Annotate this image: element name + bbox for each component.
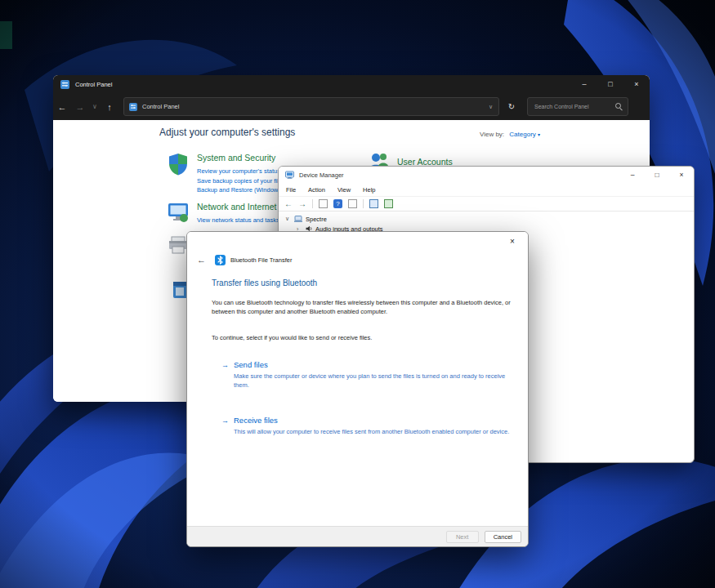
close-button[interactable]: × bbox=[669, 167, 694, 183]
menu-action[interactable]: Action bbox=[308, 186, 325, 194]
window-title: Device Manager bbox=[299, 172, 344, 179]
toolbar-separator bbox=[312, 199, 313, 208]
expander-down-icon[interactable]: ∨ bbox=[285, 216, 294, 222]
category-title-link[interactable]: System and Security bbox=[197, 153, 330, 163]
menu-help[interactable]: Help bbox=[363, 186, 375, 194]
next-button[interactable]: Next bbox=[446, 531, 479, 543]
breadcrumb-dropdown-icon[interactable]: ∨ bbox=[489, 104, 493, 110]
dialog-header: ← Bluetooth File Transfer bbox=[187, 252, 528, 268]
toolbar-scan-hardware-icon[interactable] bbox=[369, 199, 378, 208]
up-icon[interactable]: ↑ bbox=[101, 102, 118, 112]
dialog-titlebar[interactable]: × bbox=[187, 232, 528, 252]
bluetooth-file-transfer-dialog: × ← Bluetooth File Transfer Transfer fil… bbox=[186, 231, 529, 547]
send-files-description: Make sure the computer or device where y… bbox=[234, 372, 516, 390]
history-chevron-icon[interactable]: ∨ bbox=[89, 103, 101, 110]
wizard-heading: Transfer files using Bluetooth bbox=[212, 278, 317, 287]
toolbar-forward-icon[interactable]: → bbox=[298, 200, 306, 208]
category-sub-link[interactable]: View network status and tasks bbox=[197, 216, 279, 225]
search-icon[interactable] bbox=[615, 103, 623, 110]
menu-view[interactable]: View bbox=[337, 186, 351, 194]
explorer-navbar: ← → ∨ ↑ Control Panel ∨ ↻ bbox=[53, 93, 650, 120]
back-icon[interactable]: ← bbox=[53, 102, 71, 112]
search-box bbox=[527, 97, 628, 116]
desktop: Control Panel – □ × ← → ∨ ↑ Control Pan bbox=[0, 0, 715, 588]
page-title: Adjust your computer's settings bbox=[159, 127, 295, 138]
forward-icon[interactable]: → bbox=[71, 102, 89, 112]
cancel-button[interactable]: Cancel bbox=[485, 531, 521, 543]
network-monitor-icon bbox=[168, 202, 189, 223]
shield-icon bbox=[168, 153, 189, 176]
prompt-text: To continue, select if you would like to… bbox=[212, 333, 372, 342]
tree-item-spectre[interactable]: ∨ Spectre bbox=[279, 214, 694, 224]
toolbar-back-icon[interactable]: ← bbox=[284, 200, 293, 208]
toolbar-help-icon[interactable]: ? bbox=[333, 199, 342, 208]
breadcrumb-text: Control Panel bbox=[142, 103, 179, 110]
window-title: Control Panel bbox=[75, 81, 112, 88]
minimize-button[interactable]: – bbox=[620, 167, 645, 183]
maximize-button[interactable]: □ bbox=[645, 167, 669, 183]
bluetooth-icon bbox=[215, 255, 226, 265]
dialog-title: Bluetooth File Transfer bbox=[230, 256, 292, 264]
control-panel-app-icon bbox=[60, 80, 69, 89]
minimize-button[interactable]: – bbox=[571, 75, 597, 93]
view-by-label: View by: bbox=[480, 131, 504, 138]
toolbar-console-icon[interactable] bbox=[319, 199, 328, 208]
refresh-icon[interactable]: ↻ bbox=[503, 102, 521, 111]
arrow-right-icon: → bbox=[221, 360, 229, 390]
tree-label: Spectre bbox=[306, 216, 327, 223]
search-input[interactable] bbox=[528, 104, 628, 109]
toolbar-update-driver-icon[interactable] bbox=[384, 199, 393, 208]
intro-text: You can use Bluetooth technology to tran… bbox=[212, 298, 512, 316]
window-controls: – □ × bbox=[571, 75, 650, 93]
breadcrumb[interactable]: Control Panel ∨ bbox=[123, 97, 499, 116]
view-by-value: Category bbox=[509, 131, 535, 138]
toolbar-properties-icon[interactable] bbox=[348, 199, 357, 208]
caret-down-icon: ▾ bbox=[538, 132, 540, 137]
category-title-link[interactable]: Network and Internet bbox=[197, 202, 279, 212]
dialog-content: Transfer files using Bluetooth You can u… bbox=[212, 268, 513, 526]
menu-file[interactable]: File bbox=[286, 186, 296, 194]
device-manager-titlebar[interactable]: Device Manager – □ × bbox=[279, 167, 694, 183]
category-network-and-internet: Network and Internet View network status… bbox=[168, 202, 279, 225]
close-button[interactable]: × bbox=[623, 75, 650, 93]
view-by-dropdown[interactable]: Category ▾ bbox=[509, 131, 540, 138]
receive-files-description: This will allow your computer to receive… bbox=[234, 427, 516, 436]
maximize-button[interactable]: □ bbox=[597, 75, 623, 93]
control-panel-titlebar[interactable]: Control Panel – □ × bbox=[53, 75, 650, 93]
arrow-right-icon: → bbox=[221, 416, 229, 436]
close-icon[interactable]: × bbox=[497, 232, 528, 252]
send-files-command[interactable]: → Send files Make sure the computer or d… bbox=[221, 360, 516, 390]
toolbar-separator bbox=[363, 199, 364, 208]
view-by: View by: Category ▾ bbox=[480, 131, 540, 138]
window-controls: – □ × bbox=[620, 167, 694, 183]
receive-files-link[interactable]: Receive files bbox=[234, 416, 516, 425]
control-panel-small-icon bbox=[129, 103, 137, 111]
device-manager-icon bbox=[285, 171, 294, 180]
back-icon[interactable]: ← bbox=[197, 255, 206, 265]
laptop-icon bbox=[294, 216, 302, 222]
dialog-footer: Next Cancel bbox=[187, 526, 528, 546]
send-files-link[interactable]: Send files bbox=[234, 360, 516, 369]
receive-files-command[interactable]: → Receive files This will allow your com… bbox=[221, 416, 516, 436]
menu-bar: File Action View Help bbox=[279, 183, 694, 196]
toolbar: ← → ? bbox=[279, 196, 694, 212]
